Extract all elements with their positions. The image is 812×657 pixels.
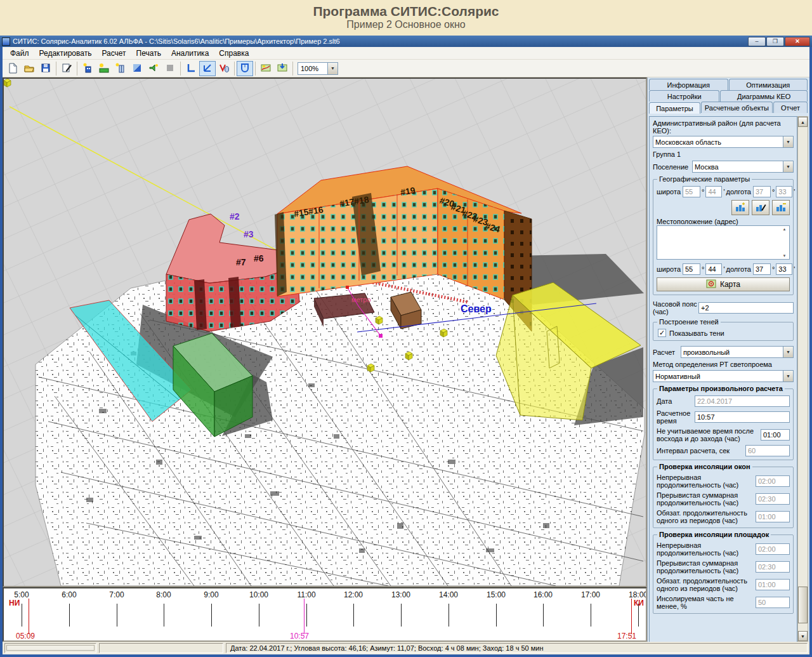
tab-optimization[interactable]: Оптимизация bbox=[729, 79, 808, 90]
title-bar[interactable]: СИТИС: Солярис-Аналитик 6.02 АЛЬФА - C:\… bbox=[0, 36, 812, 47]
hour-tick bbox=[496, 604, 497, 627]
interval-field[interactable] bbox=[745, 445, 790, 456]
tab-calc-objects[interactable]: Расчетные объекты bbox=[701, 102, 773, 113]
menu-help[interactable]: Справка bbox=[214, 48, 254, 59]
timezone-field[interactable] bbox=[698, 302, 794, 314]
timeline-hour: 9:00 bbox=[204, 590, 218, 599]
tab-parameters[interactable]: Параметры bbox=[649, 102, 700, 114]
lat-deg-field2[interactable] bbox=[683, 263, 700, 275]
scroll-up-icon[interactable]: ▲ bbox=[780, 227, 789, 231]
pointer-v-button[interactable] bbox=[216, 61, 232, 76]
menu-edit[interactable]: Редактировать bbox=[34, 48, 97, 59]
minute-sign: ' bbox=[794, 188, 795, 196]
status-segment-2 bbox=[99, 643, 223, 653]
tab-row-3: Параметры Расчетные объекты Отчет bbox=[649, 102, 808, 113]
scroll-up-icon[interactable]: ▲ bbox=[798, 117, 808, 127]
open-button[interactable] bbox=[21, 61, 37, 76]
scroll-down-icon[interactable]: ▼ bbox=[798, 631, 808, 641]
mask-button[interactable] bbox=[237, 61, 253, 76]
window-column-button[interactable] bbox=[112, 61, 129, 76]
axes-2d-button[interactable] bbox=[183, 61, 199, 76]
admin-district-combo[interactable]: Московская область ▼ bbox=[653, 136, 794, 148]
panel-scrollbar[interactable]: ▲ ▼ bbox=[797, 116, 808, 642]
skip-time-field[interactable] bbox=[761, 429, 790, 441]
lon-min-field2[interactable] bbox=[776, 263, 792, 275]
hour-tick bbox=[543, 604, 544, 627]
remove-location-button[interactable] bbox=[772, 200, 790, 215]
menu-analytics[interactable]: Аналитика bbox=[166, 48, 214, 59]
lat-min-field[interactable] bbox=[705, 186, 722, 197]
map-open-button[interactable]: Карта bbox=[657, 277, 790, 291]
lat-min-field2[interactable] bbox=[705, 263, 722, 275]
lon-deg-field[interactable] bbox=[753, 186, 771, 197]
tab-settings[interactable]: Настройки bbox=[649, 90, 719, 102]
menu-file[interactable]: Файл bbox=[5, 48, 34, 59]
minute-sign: ' bbox=[723, 265, 724, 273]
mandatory-field[interactable] bbox=[756, 579, 790, 590]
chevron-down-icon[interactable]: ▼ bbox=[783, 371, 793, 382]
chevron-down-icon[interactable]: ▼ bbox=[783, 136, 793, 147]
chevron-down-icon[interactable]: ▼ bbox=[327, 63, 337, 74]
shadows-group-title: Построение теней bbox=[657, 318, 721, 326]
lon-deg-field2[interactable] bbox=[753, 263, 771, 275]
tab-information[interactable]: Информация bbox=[649, 79, 728, 90]
scroll-down-icon[interactable]: ▼ bbox=[780, 254, 789, 258]
continuous-field[interactable] bbox=[756, 543, 790, 555]
hour-tick bbox=[211, 604, 212, 627]
zoom-combo[interactable]: 100% ▼ bbox=[298, 62, 338, 75]
calc-time-field[interactable] bbox=[695, 411, 790, 423]
tab-keo-diagrams[interactable]: Диаграммы КЕО bbox=[720, 90, 808, 102]
new-document-button[interactable] bbox=[4, 61, 21, 76]
timeline-hour: 16:00 bbox=[534, 590, 553, 599]
shadows-groupbox: Построение теней ✓ Показывать тени bbox=[653, 322, 794, 341]
workspace: метро bbox=[3, 77, 809, 642]
chevron-down-icon[interactable]: ▼ bbox=[783, 161, 793, 172]
toolbar: 100% ▼ bbox=[3, 60, 809, 77]
window-insolation-groupbox: Проверка инсоляции окон Непрерывная прод… bbox=[653, 467, 794, 528]
settlement-combo[interactable]: Москва ▼ bbox=[692, 161, 794, 173]
menu-calc[interactable]: Расчет bbox=[96, 48, 131, 59]
scrollbar-thumb[interactable] bbox=[798, 587, 808, 623]
stop-button[interactable] bbox=[162, 61, 178, 76]
map-update-button[interactable] bbox=[274, 61, 291, 76]
show-shadows-label: Показывать тени bbox=[669, 329, 724, 337]
chevron-down-icon[interactable]: ▼ bbox=[783, 347, 793, 357]
3d-viewport[interactable]: метро bbox=[3, 77, 647, 587]
building-sun-button[interactable] bbox=[79, 61, 96, 76]
settlement-label: Поселение bbox=[653, 163, 692, 171]
tab-report[interactable]: Отчет bbox=[773, 102, 808, 113]
arbitrary-calc-title: Параметры произвольного расчета bbox=[657, 385, 785, 392]
address-textarea[interactable]: ▲ ▼ bbox=[657, 225, 790, 260]
map-button[interactable] bbox=[258, 61, 274, 76]
edit-button[interactable] bbox=[58, 61, 75, 76]
continuous-field[interactable] bbox=[756, 475, 790, 487]
calc-time-label: Расчетное время bbox=[657, 409, 695, 425]
scene-canvas[interactable]: метро bbox=[4, 79, 646, 586]
speaker-button[interactable] bbox=[145, 61, 162, 76]
intermittent-field[interactable] bbox=[756, 561, 790, 573]
save-button[interactable] bbox=[37, 61, 54, 76]
minimize-button[interactable]: – bbox=[748, 37, 766, 46]
edit-location-button[interactable] bbox=[752, 200, 769, 215]
mandatory-field[interactable] bbox=[756, 511, 790, 522]
add-location-button[interactable] bbox=[731, 200, 749, 215]
rt-method-combo[interactable]: Нормативный ▼ bbox=[653, 370, 794, 382]
calc-combo[interactable]: произвольный ▼ bbox=[681, 346, 794, 358]
lat-deg-field[interactable] bbox=[683, 186, 700, 197]
lon-min-field[interactable] bbox=[776, 186, 792, 197]
close-button[interactable]: ✕ bbox=[785, 37, 810, 46]
maximize-button[interactable]: ❐ bbox=[766, 37, 784, 46]
degree-sign: ° bbox=[702, 188, 704, 196]
scene-sun-button[interactable] bbox=[96, 61, 112, 76]
axes-3d-button[interactable] bbox=[199, 61, 216, 76]
show-shadows-checkbox[interactable]: ✓ bbox=[658, 329, 666, 337]
window-frame: Файл Редактировать Расчет Печать Аналити… bbox=[0, 47, 812, 657]
hour-tick bbox=[259, 604, 259, 627]
sunset-time: 17:51 bbox=[617, 632, 636, 640]
intermittent-field[interactable] bbox=[756, 493, 790, 505]
insolated-part-field[interactable] bbox=[756, 597, 790, 608]
menu-print[interactable]: Печать bbox=[131, 48, 166, 59]
shadow-square-button[interactable] bbox=[129, 61, 145, 76]
date-field[interactable] bbox=[695, 395, 790, 407]
rt-method-label: Метод определения РТ светопроема bbox=[653, 361, 794, 368]
